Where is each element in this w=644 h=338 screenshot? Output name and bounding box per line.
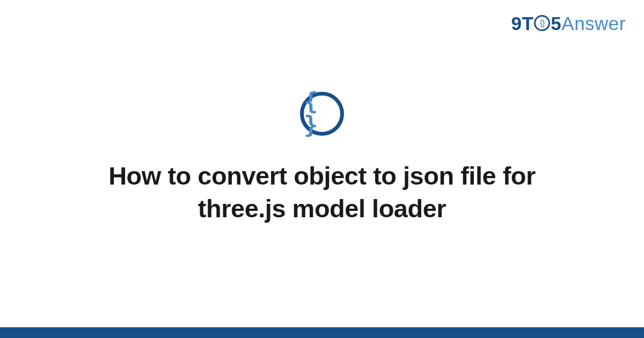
- topic-icon: { }: [300, 92, 344, 136]
- braces-icon: { }: [304, 90, 340, 137]
- main-content: { } How to convert object to json file f…: [0, 0, 644, 327]
- page-title: How to convert object to json file for t…: [75, 159, 569, 225]
- footer-accent-bar: [0, 327, 644, 338]
